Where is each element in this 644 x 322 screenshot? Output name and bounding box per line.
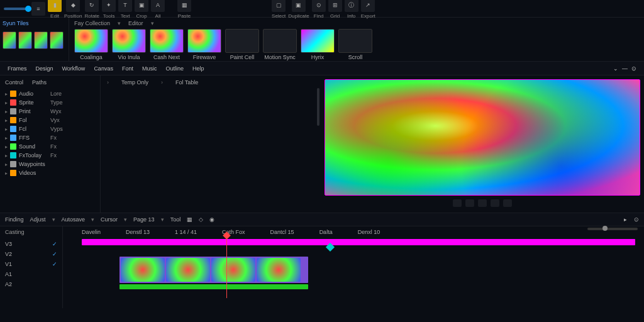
track-header[interactable]: V1✓ [5, 259, 57, 269]
minimize-icon[interactable]: — [622, 65, 628, 72]
clip-frame-thumb [121, 258, 165, 282]
snap-icon[interactable]: ◇ [199, 216, 203, 223]
next-frame-button[interactable] [478, 199, 487, 207]
tab-temp[interactable]: Temp Only [121, 79, 148, 86]
clip-thumb[interactable] [18, 31, 32, 49]
sub-column: Lore Type Wyx Vyx Vyps Fx Fx Fx [50, 89, 63, 160]
preview-controls [325, 197, 640, 209]
menubar: Frames Design Workflow Canvas Font Music… [0, 62, 644, 75]
effects-row: Syun Tiles Fay Collection ▾ Editor ▾ Coa… [0, 18, 644, 62]
scrollbar[interactable] [317, 88, 319, 126]
clip-thumb[interactable] [50, 31, 64, 49]
preview-panel [321, 75, 644, 213]
link-icon[interactable]: ◉ [209, 216, 214, 223]
tab-fol[interactable]: Fol Table [175, 79, 198, 86]
tl-autosave[interactable]: Autosave [62, 216, 86, 223]
zoom-slider[interactable] [4, 8, 29, 10]
time-ruler[interactable]: DavelinDenstl 131 14 / 41 Cath FoxDantcl… [63, 229, 644, 238]
info-button[interactable]: ⓘ [345, 0, 358, 12]
export-button[interactable]: ↗ [361, 0, 375, 12]
menu-icon[interactable]: ≡ [31, 2, 45, 16]
track-header[interactable]: A2 [5, 279, 57, 289]
grid-icon[interactable]: ▦ [187, 216, 192, 223]
fx-thumb[interactable] [74, 29, 108, 53]
timeline: Casting V3✓ V2✓ V1✓ A1 A2 DavelinDenstl … [0, 226, 644, 308]
fx-thumb[interactable] [225, 29, 259, 53]
menu-design[interactable]: Design [36, 65, 53, 72]
duplicate-button[interactable]: ▣ [292, 0, 306, 12]
project-panel: Control Paths Audio Sprite Print Fol Fcl… [0, 75, 101, 213]
track-headers: Casting V3✓ V2✓ V1✓ A1 A2 [0, 226, 63, 308]
audio-track-clip[interactable] [119, 284, 308, 289]
paste-button[interactable]: ▦ [177, 0, 191, 12]
tree-item[interactable]: Videos [5, 169, 95, 177]
tl-adjust[interactable]: Adjust [30, 216, 46, 223]
timeline-toolbar: Finding Adjust▾ Autosave▾ Cursor▾ Page 1… [0, 213, 644, 226]
play-button[interactable] [465, 199, 474, 207]
tl-play-button[interactable]: ▸ [624, 216, 627, 223]
fx-sort-label[interactable]: Editor [128, 20, 143, 26]
tl-tool[interactable]: Tool [170, 216, 181, 223]
menu-music[interactable]: Music [142, 65, 157, 72]
tiles-title: Syun Tiles [3, 20, 66, 26]
select-button[interactable]: ▢ [272, 0, 286, 12]
menu-help[interactable]: Help [192, 65, 204, 72]
text-button[interactable]: T [118, 0, 132, 12]
control-tab[interactable]: Control [5, 79, 23, 86]
menu-frames[interactable]: Frames [8, 65, 27, 72]
fx-thumb[interactable] [301, 29, 335, 53]
menu-font[interactable]: Font [122, 65, 133, 72]
fx-thumb[interactable] [187, 29, 221, 53]
clip-thumb[interactable] [34, 31, 48, 49]
edit-tool-button[interactable]: ▮ [48, 0, 62, 12]
collapse-icon[interactable]: ⌄ [613, 65, 618, 72]
menu-outline[interactable]: Outline [165, 65, 184, 72]
main-toolbar: ≡ ▮Edit ◆Position ↻Rotate ✦Tools TText ▣… [0, 0, 644, 18]
clip-frame-thumb [166, 258, 210, 282]
tl-page[interactable]: Page 13 [133, 216, 155, 223]
grid-button[interactable]: ⊞ [328, 0, 342, 12]
tl-cursor[interactable]: Cursor [101, 216, 118, 223]
loop-button[interactable] [491, 199, 499, 207]
prev-frame-button[interactable] [453, 199, 462, 207]
video-track-clip[interactable] [119, 257, 308, 283]
position-button[interactable]: ◆ [66, 0, 80, 12]
rotate-button[interactable]: ↻ [85, 0, 99, 12]
clip-frame-thumb [257, 258, 301, 282]
clip-frame-thumb [211, 258, 255, 282]
settings-icon[interactable]: ⊙ [631, 65, 636, 72]
title-track-clip[interactable] [82, 239, 635, 245]
track-header[interactable]: V3✓ [5, 239, 57, 249]
tl-finding[interactable]: Finding [5, 216, 24, 223]
track-header[interactable]: V2✓ [5, 249, 57, 259]
find-button[interactable]: ⊙ [312, 0, 326, 12]
all-button[interactable]: A [151, 0, 165, 12]
fx-collection-label[interactable]: Fay Collection [74, 20, 110, 26]
track-header[interactable]: A1 [5, 269, 57, 279]
video-preview[interactable] [325, 79, 640, 196]
timeline-label: Casting [5, 229, 57, 235]
menu-workflow[interactable]: Workflow [62, 65, 86, 72]
timeline-tracks[interactable]: DavelinDenstl 131 14 / 41 Cath FoxDantcl… [63, 226, 644, 308]
mid-row: Control Paths Audio Sprite Print Fol Fcl… [0, 75, 644, 213]
tools-button[interactable]: ✦ [102, 0, 116, 12]
tl-settings-icon[interactable]: ⊙ [634, 216, 639, 223]
clip-thumb[interactable] [3, 31, 16, 49]
middle-panel: › Temp Only › Fol Table [101, 75, 321, 213]
fx-thumb[interactable] [338, 29, 372, 53]
timeline-zoom-slider[interactable] [587, 228, 638, 230]
crop-button[interactable]: ▣ [135, 0, 148, 12]
fullscreen-button[interactable] [503, 199, 512, 207]
tree-item[interactable]: Waypoints [5, 160, 95, 169]
paths-tab[interactable]: Paths [32, 79, 47, 86]
mini-clips [3, 31, 66, 49]
menu-canvas[interactable]: Canvas [94, 65, 113, 72]
fx-thumb[interactable] [263, 29, 297, 53]
fx-thumb[interactable] [150, 29, 184, 53]
fx-thumb[interactable] [112, 29, 146, 53]
playhead[interactable] [226, 235, 227, 298]
